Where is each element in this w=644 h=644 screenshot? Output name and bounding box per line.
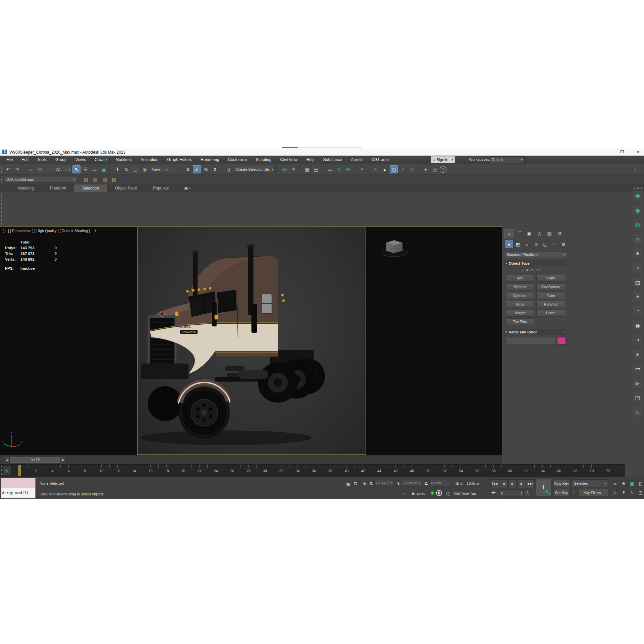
hierarchy-tab[interactable]: ▣ <box>524 229 534 238</box>
menu-item[interactable]: Help <box>302 156 319 164</box>
dope-sheet-icon[interactable]: ⊟ <box>344 165 352 173</box>
play-button[interactable]: ▶ <box>508 479 517 488</box>
timeline-ruler[interactable]: 0246810121416182022242628303234363840424… <box>16 465 611 477</box>
tab-object-paint[interactable]: Object Paint <box>107 184 145 192</box>
set-keys-button[interactable]: + <box>536 479 551 497</box>
listener-pane[interactable]: Array modifi <box>1 488 35 498</box>
project-folder-dropdown[interactable]: D:\Anton\3d max ▾ <box>4 176 77 183</box>
object-name-field[interactable] <box>505 337 555 344</box>
layer-explorer-icon[interactable]: ▤ <box>312 165 320 173</box>
maximize-viewport-icon[interactable]: ◰ <box>636 488 644 497</box>
menu-item[interactable]: Group <box>51 156 71 164</box>
systems-category-icon[interactable]: ⚙ <box>559 240 568 248</box>
object-type-button[interactable]: Box <box>505 275 534 282</box>
orbit-icon[interactable]: ↻ <box>628 488 636 497</box>
separator[interactable] <box>109 165 112 173</box>
shield-icon[interactable]: ⌂ <box>403 491 406 496</box>
helpers-category-icon[interactable]: ◺ <box>541 240 549 248</box>
key-selection-dropdown[interactable]: Selected ▾ <box>572 479 608 487</box>
object-type-button[interactable]: Cone <box>536 275 565 282</box>
toolbar-grip[interactable] <box>634 186 642 189</box>
key-filter-icon[interactable]: ∵ <box>572 490 575 495</box>
select-and-link-icon[interactable]: ∞ <box>27 165 35 173</box>
object-type-button[interactable]: Sphere <box>505 283 534 290</box>
curve-editor-icon[interactable]: ∿ <box>335 165 343 173</box>
sun-icon[interactable]: ☼ <box>633 234 643 244</box>
ribbon-toggle-icon[interactable]: ▬ <box>326 165 334 173</box>
separator[interactable] <box>180 165 182 173</box>
next-frame-arrow[interactable]: ▶ <box>61 457 66 463</box>
key-filters-button[interactable]: Key Filters... <box>579 489 608 497</box>
macro-recorder-pane[interactable] <box>1 478 35 488</box>
transform-typein-icon[interactable]: ◈ <box>363 481 367 486</box>
rollout-grip-icon[interactable]: ∷ <box>564 330 566 334</box>
menu-item[interactable]: File <box>2 156 17 164</box>
current-frame-field[interactable]: 0 ▴ ▾ <box>499 489 523 497</box>
menu-item[interactable]: Scripting <box>251 156 276 164</box>
frame-step-arrows[interactable]: ◀▶ <box>491 491 496 494</box>
go-to-start-button[interactable]: |◀◀ <box>490 479 499 488</box>
display-tab[interactable]: ▥ <box>544 229 554 238</box>
tab-modeling[interactable]: Modeling <box>9 184 42 192</box>
select-and-place-icon[interactable]: ◉ <box>141 165 149 173</box>
workspace-dropdown[interactable]: Default ▾ <box>490 156 525 163</box>
menu-item[interactable]: Edit <box>17 156 33 164</box>
motion-tab[interactable]: ◎ <box>534 229 544 238</box>
minimize-button[interactable]: – <box>600 149 610 155</box>
dashed-cross-icon[interactable]: × <box>358 165 366 173</box>
zoom-extents-icon[interactable]: ▣ <box>628 479 636 488</box>
sign-in-button[interactable]: Sign In ▾ <box>431 156 455 163</box>
tree-card-icon[interactable]: ♠ <box>633 291 643 302</box>
scroll-copy-icon[interactable]: ▤ <box>101 176 109 183</box>
shapes-category-icon[interactable]: ◩ <box>514 240 522 248</box>
menu-item[interactable]: Rendering <box>196 156 223 164</box>
named-selection-sets-icon[interactable]: {} <box>225 165 233 173</box>
viewport-label[interactable]: [ + ] [ Perspective ] [ High Quality ] [… <box>3 229 90 233</box>
object-type-button[interactable]: TextPlus <box>505 318 534 325</box>
render-history-icon[interactable]: ↻ <box>408 165 416 173</box>
perspective-viewport[interactable]: 5854c KENWORTH <box>0 226 502 455</box>
menu-item[interactable]: CGTrader <box>367 156 393 164</box>
playhead[interactable] <box>18 465 21 476</box>
zoom-extents-all-icon[interactable]: ◧ <box>636 479 644 488</box>
redo-icon[interactable]: ↷ <box>13 165 21 173</box>
bind-to-spacewarp-icon[interactable]: ≈ <box>45 165 53 173</box>
monitor-icon[interactable]: ▭ <box>633 364 643 374</box>
separator[interactable] <box>299 165 302 173</box>
docked-toolbar-edge-icon[interactable]: ∥ <box>631 165 639 173</box>
zero-badge[interactable]: 0 <box>436 490 442 496</box>
palette-icon[interactable]: ◑ <box>633 335 643 345</box>
tab-freeform[interactable]: Freeform <box>42 184 74 192</box>
autogrid-checkbox[interactable] <box>520 268 524 272</box>
scroll-gear-icon[interactable]: ▤ <box>82 176 90 183</box>
object-type-button[interactable]: Torus <box>505 301 534 308</box>
walk-through-icon[interactable]: ↟ <box>620 488 628 497</box>
tab-selection[interactable]: Selection <box>74 184 107 192</box>
tree-list-icon[interactable]: ▤ <box>633 277 643 287</box>
pivot-center-icon[interactable]: ∴ <box>170 165 178 173</box>
percent-snap-icon[interactable]: % <box>202 165 210 173</box>
z-coordinate-field[interactable]: 0,0cm <box>429 480 451 487</box>
gear-bulb-icon[interactable]: ∗ <box>633 349 643 359</box>
view-cube[interactable]: LEFT BACK <box>379 235 410 258</box>
fov-icon[interactable]: ▷ <box>611 488 620 497</box>
angle-snap-icon[interactable]: ∠ <box>193 165 201 173</box>
maximize-button[interactable] <box>617 149 627 155</box>
menu-item[interactable]: Customize <box>224 156 252 164</box>
object-type-button[interactable]: Teapot <box>505 310 534 317</box>
select-and-move-icon[interactable]: + <box>113 165 121 173</box>
document-icon[interactable]: ▤ <box>431 165 439 173</box>
menu-item[interactable]: Arnold <box>346 156 367 164</box>
lock-selection-icon[interactable]: ◘ <box>354 481 357 486</box>
menu-item[interactable]: Tools <box>33 156 51 164</box>
zoom-icon[interactable]: ⌀ <box>611 479 620 488</box>
menu-item[interactable]: Animation <box>136 156 163 164</box>
layers-sphere-icon[interactable]: ◉ <box>633 320 643 330</box>
render-setup-icon[interactable]: ♨ <box>372 165 380 173</box>
next-frame-button[interactable]: |▶ <box>517 479 525 488</box>
previous-frame-arrow[interactable]: ◀ <box>5 457 10 463</box>
refcoord-dropdown[interactable]: View <box>150 166 169 173</box>
time-configuration-icon[interactable]: ◷ <box>525 490 529 495</box>
separator[interactable] <box>23 165 25 173</box>
create-camera-icon[interactable]: ◉ <box>633 205 643 215</box>
